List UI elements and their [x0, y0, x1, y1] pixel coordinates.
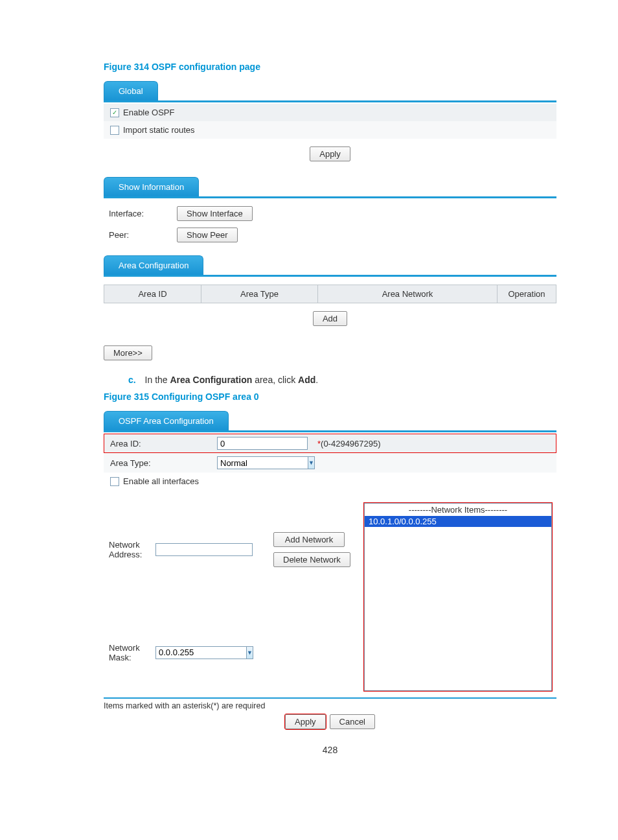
figure-314-caption: Figure 314 OSPF configuration page	[104, 62, 556, 72]
step-text-pre: In the	[145, 375, 170, 385]
bottom-separator	[104, 697, 556, 699]
tab-separator	[104, 196, 556, 198]
network-left-column: Network Address: Add Network Delete Netw…	[109, 503, 356, 691]
show-information-tab[interactable]: Show Information	[104, 177, 199, 196]
area-table-header: Area ID Area Type Area Network Operation	[104, 285, 556, 303]
network-mask-label: Network Mask:	[109, 643, 155, 662]
tab-separator	[104, 100, 556, 102]
enable-all-interfaces-row: Enable all interfaces	[104, 472, 556, 490]
th-area-type: Area Type	[201, 285, 318, 303]
network-items-listbox[interactable]: --------Network Items-------- 10.0.1.0/0…	[364, 503, 552, 691]
chevron-down-icon[interactable]: ▼	[246, 646, 253, 659]
network-address-input[interactable]	[155, 543, 253, 556]
cancel-button[interactable]: Cancel	[330, 714, 375, 729]
import-static-label: Import static routes	[123, 125, 195, 135]
network-item-selected[interactable]: 10.0.1.0/0.0.0.255	[365, 516, 551, 527]
step-bold-1: Area Configuration	[170, 375, 253, 385]
add-button[interactable]: Add	[313, 311, 347, 326]
import-static-row: Import static routes	[104, 121, 556, 139]
area-id-row: Area ID: *(0-4294967295)	[104, 434, 556, 453]
area-type-value[interactable]	[217, 456, 308, 469]
th-area-id: Area ID	[104, 285, 201, 303]
show-peer-button[interactable]: Show Peer	[177, 228, 238, 242]
area-id-hint: (0-4294967295)	[321, 439, 381, 449]
tab-separator	[104, 275, 556, 277]
area-type-select[interactable]: ▼	[217, 456, 308, 469]
enable-ospf-label: Enable OSPF	[123, 108, 175, 117]
step-text-post: .	[315, 375, 318, 385]
figure-315-caption: Figure 315 Configuring OSPF area 0	[104, 391, 556, 402]
network-mask-select[interactable]: ▼	[155, 646, 246, 659]
apply-button[interactable]: Apply	[310, 146, 350, 161]
area-id-label: Area ID:	[110, 439, 217, 449]
th-operation: Operation	[498, 285, 556, 303]
import-static-checkbox[interactable]	[110, 126, 119, 135]
show-interface-button[interactable]: Show Interface	[177, 206, 253, 221]
enable-all-interfaces-checkbox[interactable]	[110, 477, 119, 486]
more-button[interactable]: More>>	[104, 345, 152, 360]
delete-network-button[interactable]: Delete Network	[273, 552, 350, 567]
step-text-mid: area, click	[252, 375, 298, 385]
area-type-row: Area Type: ▼	[104, 453, 556, 472]
enable-ospf-checkbox[interactable]: ✓	[110, 108, 119, 117]
enable-all-interfaces-label: Enable all interfaces	[123, 476, 199, 486]
step-c: c. In the Area Configuration area, click…	[128, 375, 556, 385]
network-address-label: Network Address:	[109, 540, 155, 559]
peer-label: Peer:	[109, 230, 177, 240]
step-letter: c.	[128, 375, 136, 385]
show-info-grid: Interface: Show Interface Peer: Show Pee…	[104, 200, 556, 249]
add-network-button[interactable]: Add Network	[273, 532, 345, 547]
network-items-header: --------Network Items--------	[365, 504, 551, 516]
network-mask-value[interactable]	[155, 646, 246, 659]
area-type-label: Area Type:	[110, 458, 217, 468]
chevron-down-icon[interactable]: ▼	[308, 456, 315, 469]
ospf-area-configuration-tab[interactable]: OSPF Area Configuration	[104, 411, 229, 430]
step-bold-2: Add	[298, 375, 315, 385]
required-footnote: Items marked with an asterisk(*) are req…	[104, 701, 556, 710]
area-configuration-tab[interactable]: Area Configuration	[104, 255, 203, 275]
page-number: 428	[104, 745, 556, 755]
enable-ospf-row: ✓ Enable OSPF	[104, 104, 556, 121]
tab-separator	[104, 430, 556, 432]
area-id-input[interactable]	[217, 437, 308, 450]
network-area: Network Address: Add Network Delete Netw…	[104, 490, 556, 695]
th-area-network: Area Network	[318, 285, 498, 303]
apply-button-2[interactable]: Apply	[285, 714, 326, 729]
global-tab[interactable]: Global	[104, 81, 158, 100]
interface-label: Interface:	[109, 209, 177, 218]
